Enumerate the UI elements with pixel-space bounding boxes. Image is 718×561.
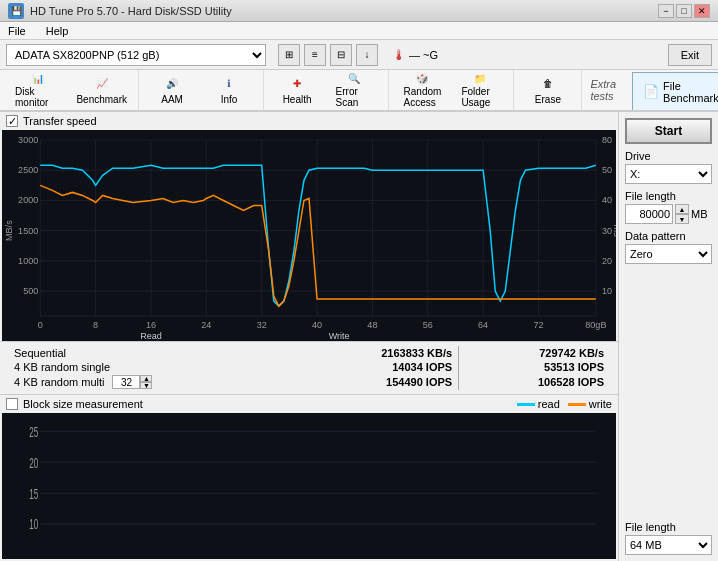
stats-row-sequential: Sequential 2163833 KB/s 729742 KB/s	[8, 346, 610, 360]
file-length-down[interactable]: ▼	[675, 214, 689, 224]
svg-text:20: 20	[29, 454, 38, 470]
svg-text:Read: Read	[140, 331, 162, 341]
folder-usage-button[interactable]: 📁 Folder Usage	[452, 71, 507, 109]
lower-file-length-label: File length	[625, 521, 712, 533]
sequential-write: 729742 KB/s	[459, 346, 610, 360]
stats-area: Sequential 2163833 KB/s 729742 KB/s 4 KB…	[0, 341, 618, 394]
random-multi-write: 106528 IOPS	[459, 374, 610, 390]
aam-button[interactable]: 🔊 AAM	[145, 71, 200, 109]
file-length-up[interactable]: ▲	[675, 204, 689, 214]
file-benchmark-label: File Benchmark	[663, 80, 718, 104]
queue-depth-spinbox[interactable]: ▲ ▼	[112, 375, 152, 389]
sequential-read: 2163833 KB/s	[298, 346, 459, 360]
svg-text:30: 30	[602, 226, 612, 236]
svg-text:64: 64	[478, 320, 488, 330]
file-length-input-row: ▲ ▼ MB	[625, 204, 712, 224]
right-panel: Start Drive X: File length ▲ ▼ MB	[618, 112, 718, 561]
exit-button[interactable]: Exit	[668, 44, 712, 66]
svg-text:72: 72	[533, 320, 543, 330]
drive-selector[interactable]: ADATA SX8200PNP (512 gB)	[6, 44, 266, 66]
svg-text:15: 15	[29, 485, 38, 501]
svg-text:40: 40	[312, 320, 322, 330]
benchmark-label: Benchmark	[76, 94, 127, 105]
read-legend-text: read	[538, 398, 560, 410]
start-button[interactable]: Start	[625, 118, 712, 144]
error-scan-button[interactable]: 🔍 Error Scan	[327, 71, 382, 109]
drive-icon-btn-2[interactable]: ≡	[304, 44, 326, 66]
benchmark-button[interactable]: 📈 Benchmark	[72, 71, 132, 109]
toolbar-group-1: 📊 Disk monitor 📈 Benchmark	[0, 70, 139, 110]
disk-monitor-label: Disk monitor	[15, 86, 61, 108]
lower-file-length-select[interactable]: 64 MB 128 MB 256 MB	[625, 535, 712, 555]
random-single-label: 4 KB random single	[8, 360, 298, 374]
error-scan-label: Error Scan	[336, 86, 373, 108]
lower-file-length-section: File length 64 MB 128 MB 256 MB	[625, 521, 712, 555]
svg-text:0: 0	[38, 320, 43, 330]
drive-icon-btn-3[interactable]: ⊟	[330, 44, 352, 66]
title-bar: 💾 HD Tune Pro 5.70 - Hard Disk/SSD Utili…	[0, 0, 718, 22]
file-length-input[interactable]	[625, 204, 673, 224]
erase-label: Erase	[535, 94, 561, 105]
svg-text:2000: 2000	[18, 195, 38, 205]
svg-text:48: 48	[367, 320, 377, 330]
block-size-header: Block size measurement read write	[0, 394, 618, 413]
minimize-button[interactable]: −	[658, 4, 674, 18]
drive-section: Drive X:	[625, 150, 712, 184]
info-label: Info	[221, 94, 238, 105]
random-access-icon: 🎲	[414, 73, 430, 84]
queue-depth-down[interactable]: ▼	[140, 382, 152, 389]
queue-depth-input[interactable]	[112, 375, 140, 389]
erase-button[interactable]: 🗑 Erase	[520, 71, 575, 109]
svg-text:80gB: 80gB	[585, 320, 606, 330]
read-legend-color	[517, 403, 535, 406]
block-size-label: Block size measurement	[23, 398, 143, 410]
app-icon: 💾	[8, 3, 24, 19]
svg-rect-46	[2, 413, 616, 559]
svg-text:24: 24	[201, 320, 211, 330]
lower-benchmark-chart: 25 20 15 10	[2, 413, 616, 559]
menu-file[interactable]: File	[4, 24, 30, 38]
toolbar: 📊 Disk monitor 📈 Benchmark 🔊 AAM ℹ Info …	[0, 70, 718, 112]
svg-text:8: 8	[93, 320, 98, 330]
drive-bar: ADATA SX8200PNP (512 gB) ⊞ ≡ ⊟ ↓ 🌡 — ~G …	[0, 40, 718, 70]
svg-text:Write: Write	[329, 331, 350, 341]
disk-monitor-button[interactable]: 📊 Disk monitor	[6, 71, 70, 109]
data-pattern-select[interactable]: Zero Random All 0xFF	[625, 244, 712, 264]
random-single-read: 14034 IOPS	[298, 360, 459, 374]
write-legend: write	[568, 398, 612, 410]
menu-help[interactable]: Help	[42, 24, 73, 38]
svg-text:MB/s: MB/s	[4, 220, 14, 241]
info-button[interactable]: ℹ Info	[202, 71, 257, 109]
random-multi-read: 154490 IOPS	[298, 374, 459, 390]
info-icon: ℹ	[221, 76, 237, 92]
read-legend: read	[517, 398, 560, 410]
transfer-speed-checkbox[interactable]: ✓	[6, 115, 18, 127]
svg-text:3000: 3000	[18, 135, 38, 145]
queue-depth-up[interactable]: ▲	[140, 375, 152, 382]
transfer-speed-header: ✓ Transfer speed	[0, 112, 618, 130]
drive-icon-btn-4[interactable]: ↓	[356, 44, 378, 66]
drive-icon-btn-1[interactable]: ⊞	[278, 44, 300, 66]
random-access-button[interactable]: 🎲 Random Access	[395, 71, 451, 109]
drive-panel-select[interactable]: X:	[625, 164, 712, 184]
svg-text:80: 80	[602, 135, 612, 145]
random-access-label: Random Access	[404, 86, 442, 108]
svg-text:25: 25	[29, 423, 38, 439]
svg-text:500: 500	[23, 286, 38, 296]
close-button[interactable]: ✕	[694, 4, 710, 18]
svg-text:10: 10	[29, 516, 38, 532]
file-length-unit: MB	[691, 208, 708, 220]
block-size-checkbox[interactable]	[6, 398, 18, 410]
app-title: HD Tune Pro 5.70 - Hard Disk/SSD Utility	[30, 5, 232, 17]
maximize-button[interactable]: □	[676, 4, 692, 18]
write-legend-color	[568, 403, 586, 406]
extra-tests-label: Extra tests	[582, 78, 624, 102]
health-label: Health	[283, 94, 312, 105]
health-button[interactable]: ✚ Health	[270, 71, 325, 109]
error-scan-icon: 🔍	[346, 73, 362, 84]
file-benchmark-button[interactable]: 📄 File Benchmark	[632, 72, 718, 110]
svg-text:10: 10	[602, 286, 612, 296]
svg-text:56: 56	[423, 320, 433, 330]
data-pattern-section: Data pattern Zero Random All 0xFF	[625, 230, 712, 264]
write-legend-text: write	[589, 398, 612, 410]
